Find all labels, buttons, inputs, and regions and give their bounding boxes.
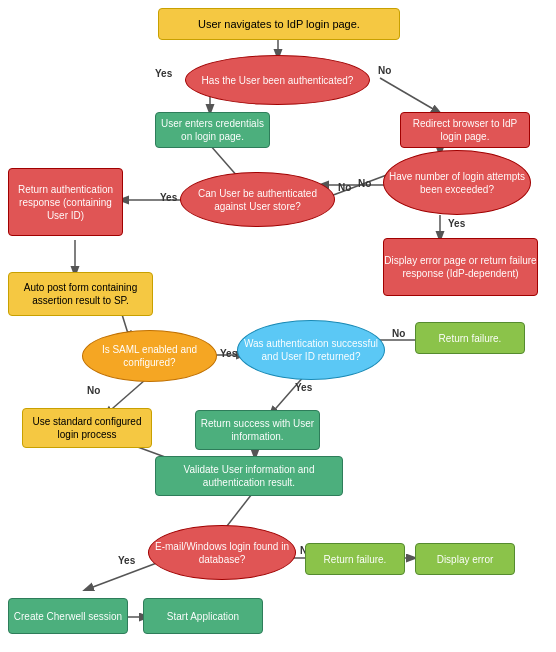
- display-error2-node: Display error: [415, 543, 515, 575]
- start-app-node: Start Application: [143, 598, 263, 634]
- q2-node: Can User be authenticated against User s…: [180, 172, 335, 227]
- std-login-node: Use standard configured login process: [22, 408, 152, 448]
- q5-no-label: No: [392, 328, 405, 339]
- redirect-node: Redirect browser to IdP login page.: [400, 112, 530, 148]
- q2-yes-label: Yes: [160, 192, 177, 203]
- q3-node: Have number of login attempts been excee…: [383, 150, 531, 215]
- svg-line-2: [380, 78, 440, 113]
- q2-no-label: No: [338, 182, 351, 193]
- q5-yes-label: Yes: [295, 382, 312, 393]
- q1-node: Has the User been authenticated?: [185, 55, 370, 105]
- q3-no-label: No: [358, 178, 371, 189]
- flowchart-diagram: User navigates to IdP login page. Has th…: [0, 0, 556, 652]
- auto-post-node: Auto post form containing assertion resu…: [8, 272, 153, 316]
- return-failure2-node: Return failure.: [305, 543, 405, 575]
- return-success-node: Return success with User information.: [195, 410, 320, 450]
- q3-yes-label: Yes: [448, 218, 465, 229]
- q6-node: E-mail/Windows login found in database?: [148, 525, 296, 580]
- validate-node: Validate User information and authentica…: [155, 456, 343, 496]
- create-session-node: Create Cherwell session: [8, 598, 128, 634]
- start-node: User navigates to IdP login page.: [158, 8, 400, 40]
- q4-no-label: No: [87, 385, 100, 396]
- return-auth-node: Return authentication response (containi…: [8, 168, 123, 236]
- q1-no-label: No: [378, 65, 391, 76]
- q1-yes-label: Yes: [155, 68, 172, 79]
- svg-line-14: [270, 375, 305, 415]
- q6-yes-label: Yes: [118, 555, 135, 566]
- q5-node: Was authentication successful and User I…: [237, 320, 385, 380]
- return-failure1-node: Return failure.: [415, 322, 525, 354]
- enter-creds-node: User enters credentials on login page.: [155, 112, 270, 148]
- q4-yes-label: Yes: [220, 348, 237, 359]
- display-error-page-node: Display error page or return failure res…: [383, 238, 538, 296]
- q4-node: Is SAML enabled and configured?: [82, 330, 217, 382]
